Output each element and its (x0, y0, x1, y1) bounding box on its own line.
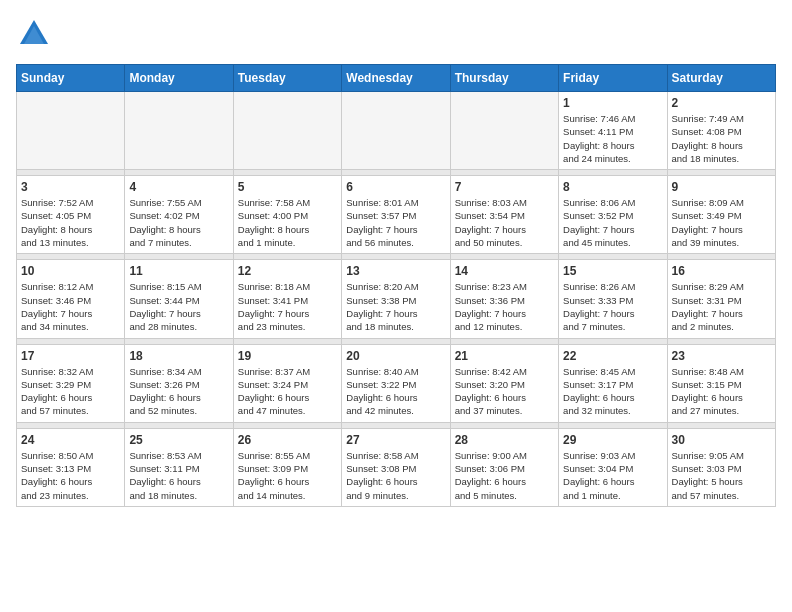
day-number: 17 (21, 349, 120, 363)
day-number: 26 (238, 433, 337, 447)
calendar-cell: 27Sunrise: 8:58 AM Sunset: 3:08 PM Dayli… (342, 428, 450, 506)
day-info: Sunrise: 9:03 AM Sunset: 3:04 PM Dayligh… (563, 449, 662, 502)
calendar-cell: 1Sunrise: 7:46 AM Sunset: 4:11 PM Daylig… (559, 92, 667, 170)
calendar-cell: 21Sunrise: 8:42 AM Sunset: 3:20 PM Dayli… (450, 344, 558, 422)
day-info: Sunrise: 8:55 AM Sunset: 3:09 PM Dayligh… (238, 449, 337, 502)
day-number: 23 (672, 349, 771, 363)
calendar-cell: 30Sunrise: 9:05 AM Sunset: 3:03 PM Dayli… (667, 428, 775, 506)
day-number: 27 (346, 433, 445, 447)
calendar-cell: 22Sunrise: 8:45 AM Sunset: 3:17 PM Dayli… (559, 344, 667, 422)
day-number: 18 (129, 349, 228, 363)
day-number: 6 (346, 180, 445, 194)
day-number: 12 (238, 264, 337, 278)
day-info: Sunrise: 7:55 AM Sunset: 4:02 PM Dayligh… (129, 196, 228, 249)
page-header (16, 16, 776, 52)
calendar-cell: 5Sunrise: 7:58 AM Sunset: 4:00 PM Daylig… (233, 176, 341, 254)
calendar-cell (17, 92, 125, 170)
day-number: 24 (21, 433, 120, 447)
calendar-cell: 2Sunrise: 7:49 AM Sunset: 4:08 PM Daylig… (667, 92, 775, 170)
day-info: Sunrise: 7:46 AM Sunset: 4:11 PM Dayligh… (563, 112, 662, 165)
column-header-thursday: Thursday (450, 65, 558, 92)
calendar-cell: 9Sunrise: 8:09 AM Sunset: 3:49 PM Daylig… (667, 176, 775, 254)
day-info: Sunrise: 8:50 AM Sunset: 3:13 PM Dayligh… (21, 449, 120, 502)
day-number: 25 (129, 433, 228, 447)
day-info: Sunrise: 8:58 AM Sunset: 3:08 PM Dayligh… (346, 449, 445, 502)
calendar-cell: 14Sunrise: 8:23 AM Sunset: 3:36 PM Dayli… (450, 260, 558, 338)
day-number: 14 (455, 264, 554, 278)
calendar-cell: 29Sunrise: 9:03 AM Sunset: 3:04 PM Dayli… (559, 428, 667, 506)
day-number: 22 (563, 349, 662, 363)
day-info: Sunrise: 8:20 AM Sunset: 3:38 PM Dayligh… (346, 280, 445, 333)
day-number: 16 (672, 264, 771, 278)
logo-icon (16, 16, 52, 52)
day-info: Sunrise: 8:18 AM Sunset: 3:41 PM Dayligh… (238, 280, 337, 333)
day-number: 10 (21, 264, 120, 278)
day-number: 11 (129, 264, 228, 278)
day-info: Sunrise: 8:12 AM Sunset: 3:46 PM Dayligh… (21, 280, 120, 333)
day-info: Sunrise: 8:37 AM Sunset: 3:24 PM Dayligh… (238, 365, 337, 418)
day-number: 29 (563, 433, 662, 447)
logo (16, 16, 56, 52)
day-number: 8 (563, 180, 662, 194)
day-info: Sunrise: 7:58 AM Sunset: 4:00 PM Dayligh… (238, 196, 337, 249)
calendar-cell: 10Sunrise: 8:12 AM Sunset: 3:46 PM Dayli… (17, 260, 125, 338)
calendar-cell: 6Sunrise: 8:01 AM Sunset: 3:57 PM Daylig… (342, 176, 450, 254)
calendar-cell: 15Sunrise: 8:26 AM Sunset: 3:33 PM Dayli… (559, 260, 667, 338)
day-info: Sunrise: 8:42 AM Sunset: 3:20 PM Dayligh… (455, 365, 554, 418)
day-info: Sunrise: 9:05 AM Sunset: 3:03 PM Dayligh… (672, 449, 771, 502)
day-info: Sunrise: 8:01 AM Sunset: 3:57 PM Dayligh… (346, 196, 445, 249)
day-number: 3 (21, 180, 120, 194)
calendar-cell: 26Sunrise: 8:55 AM Sunset: 3:09 PM Dayli… (233, 428, 341, 506)
day-info: Sunrise: 8:45 AM Sunset: 3:17 PM Dayligh… (563, 365, 662, 418)
calendar-cell (450, 92, 558, 170)
day-info: Sunrise: 8:32 AM Sunset: 3:29 PM Dayligh… (21, 365, 120, 418)
day-info: Sunrise: 9:00 AM Sunset: 3:06 PM Dayligh… (455, 449, 554, 502)
column-header-sunday: Sunday (17, 65, 125, 92)
calendar-cell: 20Sunrise: 8:40 AM Sunset: 3:22 PM Dayli… (342, 344, 450, 422)
calendar-cell: 12Sunrise: 8:18 AM Sunset: 3:41 PM Dayli… (233, 260, 341, 338)
day-number: 19 (238, 349, 337, 363)
day-number: 20 (346, 349, 445, 363)
calendar-cell: 18Sunrise: 8:34 AM Sunset: 3:26 PM Dayli… (125, 344, 233, 422)
calendar-cell: 28Sunrise: 9:00 AM Sunset: 3:06 PM Dayli… (450, 428, 558, 506)
calendar-cell: 25Sunrise: 8:53 AM Sunset: 3:11 PM Dayli… (125, 428, 233, 506)
calendar-cell (342, 92, 450, 170)
day-info: Sunrise: 8:26 AM Sunset: 3:33 PM Dayligh… (563, 280, 662, 333)
calendar-cell: 11Sunrise: 8:15 AM Sunset: 3:44 PM Dayli… (125, 260, 233, 338)
calendar-cell: 8Sunrise: 8:06 AM Sunset: 3:52 PM Daylig… (559, 176, 667, 254)
calendar-cell: 17Sunrise: 8:32 AM Sunset: 3:29 PM Dayli… (17, 344, 125, 422)
column-header-wednesday: Wednesday (342, 65, 450, 92)
day-info: Sunrise: 8:03 AM Sunset: 3:54 PM Dayligh… (455, 196, 554, 249)
day-number: 5 (238, 180, 337, 194)
calendar-cell: 7Sunrise: 8:03 AM Sunset: 3:54 PM Daylig… (450, 176, 558, 254)
day-number: 15 (563, 264, 662, 278)
calendar-week-5: 24Sunrise: 8:50 AM Sunset: 3:13 PM Dayli… (17, 428, 776, 506)
day-info: Sunrise: 8:40 AM Sunset: 3:22 PM Dayligh… (346, 365, 445, 418)
day-info: Sunrise: 8:53 AM Sunset: 3:11 PM Dayligh… (129, 449, 228, 502)
day-number: 2 (672, 96, 771, 110)
calendar-week-3: 10Sunrise: 8:12 AM Sunset: 3:46 PM Dayli… (17, 260, 776, 338)
calendar-cell: 4Sunrise: 7:55 AM Sunset: 4:02 PM Daylig… (125, 176, 233, 254)
calendar-week-4: 17Sunrise: 8:32 AM Sunset: 3:29 PM Dayli… (17, 344, 776, 422)
day-info: Sunrise: 8:06 AM Sunset: 3:52 PM Dayligh… (563, 196, 662, 249)
day-number: 28 (455, 433, 554, 447)
calendar-cell: 19Sunrise: 8:37 AM Sunset: 3:24 PM Dayli… (233, 344, 341, 422)
day-number: 7 (455, 180, 554, 194)
calendar: SundayMondayTuesdayWednesdayThursdayFrid… (16, 64, 776, 507)
day-number: 1 (563, 96, 662, 110)
calendar-header-row: SundayMondayTuesdayWednesdayThursdayFrid… (17, 65, 776, 92)
day-number: 30 (672, 433, 771, 447)
column-header-friday: Friday (559, 65, 667, 92)
calendar-cell: 13Sunrise: 8:20 AM Sunset: 3:38 PM Dayli… (342, 260, 450, 338)
day-number: 9 (672, 180, 771, 194)
day-number: 13 (346, 264, 445, 278)
day-number: 4 (129, 180, 228, 194)
calendar-week-2: 3Sunrise: 7:52 AM Sunset: 4:05 PM Daylig… (17, 176, 776, 254)
day-info: Sunrise: 8:34 AM Sunset: 3:26 PM Dayligh… (129, 365, 228, 418)
day-info: Sunrise: 8:09 AM Sunset: 3:49 PM Dayligh… (672, 196, 771, 249)
calendar-cell: 16Sunrise: 8:29 AM Sunset: 3:31 PM Dayli… (667, 260, 775, 338)
column-header-saturday: Saturday (667, 65, 775, 92)
day-info: Sunrise: 7:49 AM Sunset: 4:08 PM Dayligh… (672, 112, 771, 165)
calendar-cell: 24Sunrise: 8:50 AM Sunset: 3:13 PM Dayli… (17, 428, 125, 506)
column-header-tuesday: Tuesday (233, 65, 341, 92)
